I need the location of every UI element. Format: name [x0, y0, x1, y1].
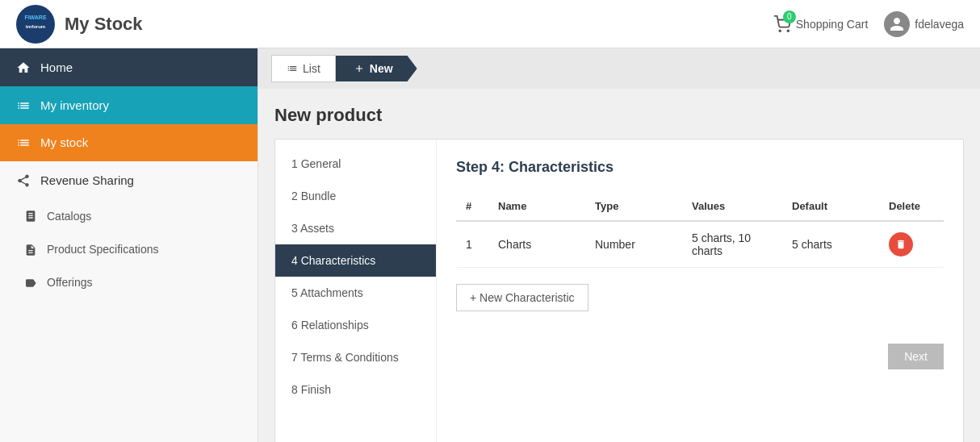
- sidebar-item-revenue-sharing[interactable]: Revenue Sharing: [0, 161, 258, 199]
- step-terms-label: 7 Terms & Conditions: [291, 351, 399, 364]
- svg-text:tmforum: tmforum: [26, 24, 45, 29]
- top-nav: List New: [258, 48, 980, 89]
- step-relationships-label: 6 Relationships: [291, 319, 369, 332]
- cell-type: Number: [585, 221, 682, 268]
- sidebar-item-offerings[interactable]: Offerings: [0, 266, 258, 299]
- cell-values: 5 charts, 10 charts: [682, 221, 782, 268]
- trash-icon: [895, 239, 907, 250]
- svg-text:FIWARE: FIWARE: [24, 15, 47, 20]
- step-title: Step 4: Characteristics: [456, 159, 944, 176]
- cell-default: 5 charts: [782, 221, 879, 268]
- main-layout: Home My inventory My stock Revenue Shari…: [0, 48, 980, 442]
- characteristics-table: # Name Type Values Default Delete 1 Char…: [456, 192, 944, 268]
- home-icon: [16, 60, 31, 75]
- step-bundle-label: 2 Bundle: [291, 190, 336, 202]
- inventory-icon: [16, 98, 31, 113]
- shopping-cart-button[interactable]: 0 Shopping Cart: [773, 15, 869, 33]
- logo-icon: FIWARE tmforum: [16, 5, 55, 44]
- offerings-label: Offerings: [47, 276, 93, 289]
- steps-sidebar: 1 General 2 Bundle 3 Assets 4 Characteri…: [275, 140, 437, 442]
- col-header-num: #: [456, 192, 488, 221]
- product-specs-label: Product Specifications: [47, 243, 159, 256]
- cart-badge: 0: [783, 10, 796, 23]
- step-attachments-label: 5 Attachments: [291, 286, 363, 299]
- share-icon: [16, 173, 31, 188]
- user-menu-button[interactable]: fdelavega: [884, 11, 964, 37]
- delete-row-button[interactable]: [889, 232, 913, 256]
- sidebar: Home My inventory My stock Revenue Shari…: [0, 48, 258, 442]
- sidebar-item-home-label: Home: [40, 60, 73, 74]
- step-terms[interactable]: 7 Terms & Conditions: [275, 341, 436, 373]
- svg-point-4: [787, 30, 789, 31]
- stock-icon: [16, 136, 31, 151]
- list-label: List: [303, 62, 320, 75]
- step-general-label: 1 General: [291, 157, 341, 170]
- app-title: My Stock: [65, 14, 143, 35]
- sidebar-item-stock-label: My stock: [40, 136, 88, 149]
- col-header-type: Type: [585, 192, 682, 221]
- catalogs-label: Catalogs: [47, 210, 91, 223]
- step-assets-label: 3 Assets: [291, 222, 334, 235]
- sidebar-item-my-inventory[interactable]: My inventory: [0, 86, 258, 124]
- list-icon: [287, 63, 298, 74]
- step-assets[interactable]: 3 Assets: [275, 212, 436, 244]
- next-button[interactable]: Next: [888, 344, 944, 369]
- username: fdelavega: [915, 18, 964, 31]
- catalogs-icon: [24, 209, 37, 223]
- col-header-default: Default: [782, 192, 879, 221]
- sidebar-item-revenue-label: Revenue Sharing: [40, 173, 134, 187]
- new-button[interactable]: New: [336, 56, 417, 81]
- step-relationships[interactable]: 6 Relationships: [275, 309, 436, 341]
- header: FIWARE tmforum My Stock 0 Shopping Cart: [0, 0, 980, 48]
- cart-label: Shopping Cart: [796, 18, 869, 31]
- sidebar-item-product-specs[interactable]: Product Specifications: [0, 232, 258, 265]
- new-label: New: [370, 62, 393, 75]
- user-avatar: [884, 11, 910, 37]
- col-header-name: Name: [488, 192, 585, 221]
- new-char-label: + New Characteristic: [470, 291, 575, 304]
- step-characteristics[interactable]: 4 Characteristics: [275, 244, 436, 277]
- header-right: 0 Shopping Cart fdelavega: [773, 11, 964, 37]
- cell-num: 1: [456, 221, 488, 268]
- content-area: New product 1 General 2 Bundle 3 Assets …: [258, 89, 980, 442]
- main-area: List New New product 1 General 2 Bundle: [258, 48, 980, 442]
- step-finish-label: 8 Finish: [291, 383, 331, 396]
- step-attachments[interactable]: 5 Attachments: [275, 277, 436, 309]
- step-characteristics-label: 4 Characteristics: [291, 254, 375, 267]
- header-left: FIWARE tmforum My Stock: [16, 5, 143, 44]
- cell-name: Charts: [488, 221, 585, 268]
- col-header-delete: Delete: [879, 192, 944, 221]
- cart-icon-wrap: 0: [773, 15, 791, 33]
- svg-point-3: [779, 30, 781, 31]
- cell-delete: [879, 221, 944, 268]
- plus-icon: [354, 63, 365, 74]
- sidebar-sub-menu: Catalogs Product Specifications Offering…: [0, 199, 258, 299]
- sidebar-item-inventory-label: My inventory: [40, 98, 109, 112]
- offerings-icon: [24, 276, 37, 290]
- new-characteristic-button[interactable]: + New Characteristic: [456, 284, 588, 311]
- list-button[interactable]: List: [271, 55, 336, 82]
- page-title: New product: [274, 105, 964, 126]
- table-row: 1 Charts Number 5 charts, 10 charts 5 ch…: [456, 221, 944, 268]
- sidebar-item-home[interactable]: Home: [0, 48, 258, 86]
- sidebar-item-my-stock[interactable]: My stock: [0, 124, 258, 162]
- sidebar-item-catalogs[interactable]: Catalogs: [0, 199, 258, 232]
- product-panel: 1 General 2 Bundle 3 Assets 4 Characteri…: [274, 139, 964, 442]
- col-header-values: Values: [682, 192, 782, 221]
- step-finish[interactable]: 8 Finish: [275, 373, 436, 406]
- step-bundle[interactable]: 2 Bundle: [275, 180, 436, 212]
- product-specs-icon: [24, 242, 37, 256]
- step-content: Step 4: Characteristics # Name Type Valu…: [437, 140, 963, 442]
- step-general[interactable]: 1 General: [275, 148, 436, 180]
